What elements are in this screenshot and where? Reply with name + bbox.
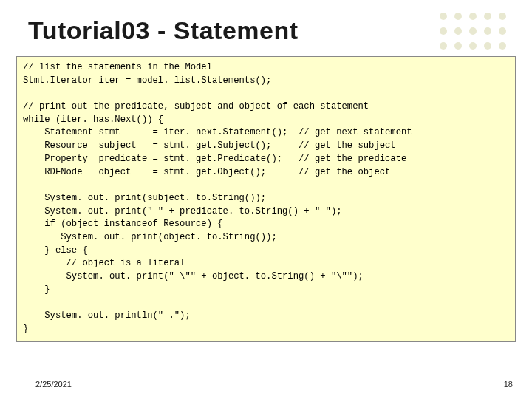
svg-point-6 (454, 27, 462, 35)
code-block: // list the statements in the Model Stmt… (16, 56, 516, 342)
footer-date: 2/25/2021 (35, 380, 72, 389)
svg-point-10 (440, 42, 447, 50)
svg-point-5 (440, 27, 447, 35)
svg-point-7 (469, 27, 477, 35)
svg-point-0 (440, 13, 447, 20)
svg-point-2 (469, 13, 477, 20)
slide-title: Tutorial03 - Statement (28, 16, 299, 45)
svg-point-11 (454, 42, 462, 50)
svg-point-3 (484, 13, 491, 20)
svg-point-4 (499, 13, 506, 20)
svg-point-14 (499, 42, 506, 50)
svg-point-8 (484, 27, 491, 35)
svg-point-1 (454, 13, 462, 20)
svg-point-13 (484, 42, 491, 50)
slide: Tutorial03 - Statement // list the state… (0, 0, 532, 399)
footer-page-number: 18 (504, 380, 513, 389)
svg-point-9 (499, 27, 506, 35)
svg-point-12 (469, 42, 477, 50)
